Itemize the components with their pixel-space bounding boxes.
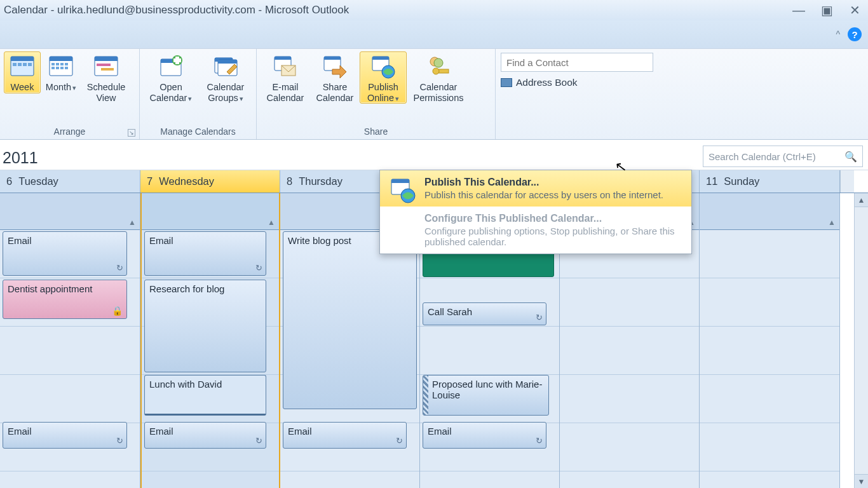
dropdown-icon: ▾ bbox=[395, 95, 399, 103]
svg-rect-34 bbox=[324, 57, 341, 60]
column-tuesday[interactable]: ▲ Email↻ Dentist appointment🔒 Email↻ bbox=[0, 193, 140, 488]
configure-published-calendar-item: Configure This Published Calendar... Con… bbox=[380, 207, 691, 254]
configure-menu-desc: Configure publishing options, Stop publi… bbox=[424, 226, 682, 247]
email-calendar-label: E-mail Calendar bbox=[267, 82, 304, 103]
dropdown-icon: ▾ bbox=[240, 95, 243, 103]
quick-access-toolbar: ^ ? bbox=[0, 20, 868, 48]
recurring-icon: ↻ bbox=[396, 436, 403, 445]
column-wednesday[interactable]: ▲ Email↻ Research for blog Lunch with Da… bbox=[140, 193, 280, 488]
recurring-icon: ↻ bbox=[255, 263, 262, 273]
help-button[interactable]: ? bbox=[848, 27, 862, 41]
scrollbar-header-spacer bbox=[840, 170, 854, 193]
window-title: Calendar - ulrika.hedlund@businessproduc… bbox=[4, 4, 792, 17]
open-calendar-label: Open Calendar▾ bbox=[150, 82, 193, 103]
svg-point-40 bbox=[434, 58, 443, 67]
svg-rect-44 bbox=[391, 179, 409, 183]
event-email[interactable]: Email↻ bbox=[144, 231, 266, 276]
event-proposed-lunch[interactable]: Proposed lunc with Marie-Louise bbox=[423, 375, 549, 416]
month-button[interactable]: Month▾ bbox=[41, 51, 81, 93]
share-calendar-button[interactable]: Share Calendar bbox=[310, 51, 360, 104]
svg-rect-12 bbox=[51, 67, 55, 69]
email-calendar-button[interactable]: E-mail Calendar bbox=[261, 51, 310, 104]
schedule-view-button[interactable]: Schedule View bbox=[81, 51, 131, 104]
event-blog[interactable]: Write blog post bbox=[283, 231, 417, 409]
svg-rect-4 bbox=[23, 63, 27, 66]
expand-icon[interactable]: ▲ bbox=[128, 218, 136, 227]
svg-rect-3 bbox=[18, 63, 22, 66]
calendar-globe-icon bbox=[370, 54, 396, 79]
scroll-up-icon[interactable]: ▲ bbox=[855, 193, 868, 207]
scroll-down-icon[interactable]: ▼ bbox=[855, 474, 868, 488]
event-dentist[interactable]: Dentist appointment🔒 bbox=[3, 280, 127, 319]
event-research[interactable]: Research for blog bbox=[144, 280, 266, 372]
svg-rect-11 bbox=[65, 63, 68, 65]
calendar-globe-icon bbox=[389, 177, 417, 205]
dropdown-icon: ▾ bbox=[188, 95, 192, 103]
allday-area[interactable]: ▲ bbox=[0, 193, 140, 230]
title-bar: Calendar - ulrika.hedlund@businessproduc… bbox=[0, 0, 868, 20]
svg-rect-19 bbox=[101, 68, 114, 71]
lock-icon: 🔒 bbox=[112, 306, 123, 316]
search-icon: 🔍 bbox=[844, 151, 857, 163]
event-email[interactable]: Email↻ bbox=[3, 422, 127, 449]
day-header-wednesday[interactable]: 7Wednesday bbox=[140, 170, 280, 193]
week-label: Week bbox=[11, 82, 34, 93]
address-book-label: Address Book bbox=[516, 77, 578, 88]
expand-icon[interactable]: ▲ bbox=[828, 218, 836, 227]
svg-rect-14 bbox=[60, 67, 64, 69]
find-contact-input[interactable] bbox=[501, 53, 653, 72]
svg-rect-1 bbox=[11, 57, 34, 61]
recurring-icon: ↻ bbox=[116, 263, 123, 273]
schedule-view-icon bbox=[93, 54, 119, 79]
schedule-view-label: Schedule View bbox=[87, 82, 125, 103]
svg-rect-41 bbox=[438, 69, 449, 73]
open-calendar-button[interactable]: Open Calendar▾ bbox=[144, 51, 198, 104]
recurring-icon: ↻ bbox=[116, 436, 123, 445]
event-email[interactable]: Email↻ bbox=[3, 231, 127, 276]
column-sunday[interactable]: ▲ bbox=[700, 193, 840, 488]
publish-online-menu: Publish This Calendar... Publish this ca… bbox=[379, 170, 692, 254]
event-lunch[interactable]: Lunch with David bbox=[144, 375, 266, 416]
calendar-week-icon bbox=[10, 54, 35, 79]
allday-area[interactable]: ▲ bbox=[700, 193, 839, 230]
dialog-launcher-icon[interactable]: ↘ bbox=[128, 129, 135, 137]
book-icon bbox=[501, 78, 512, 87]
svg-rect-9 bbox=[56, 63, 59, 65]
week-button[interactable]: Week bbox=[4, 51, 41, 93]
day-header-sunday[interactable]: 11Sunday bbox=[700, 170, 840, 193]
publish-menu-title: Publish This Calendar... bbox=[424, 177, 682, 188]
minimize-button[interactable]: — bbox=[792, 4, 806, 16]
recurring-icon: ↻ bbox=[255, 436, 262, 445]
calendar-groups-label: Calendar Groups▾ bbox=[207, 82, 245, 103]
share-group-label: Share bbox=[257, 124, 495, 139]
calendar-pencil-icon bbox=[213, 54, 238, 79]
allday-area[interactable]: ▲ bbox=[142, 193, 279, 230]
publish-this-calendar-item[interactable]: Publish This Calendar... Publish this ca… bbox=[380, 170, 691, 207]
configure-menu-title: Configure This Published Calendar... bbox=[424, 213, 682, 224]
svg-rect-8 bbox=[51, 63, 55, 65]
publish-online-button[interactable]: Publish Online▾ bbox=[360, 51, 407, 104]
dropdown-icon: ▾ bbox=[72, 84, 76, 92]
event-email[interactable]: Email↻ bbox=[423, 422, 546, 449]
event-call[interactable]: Call Sarah↻ bbox=[423, 302, 546, 325]
event-email[interactable]: Email↻ bbox=[144, 422, 266, 449]
svg-rect-31 bbox=[275, 57, 291, 60]
ribbon-collapse-icon[interactable]: ^ bbox=[836, 29, 840, 39]
calendar-permissions-button[interactable]: Calendar Permissions bbox=[407, 51, 470, 104]
vertical-scrollbar[interactable]: ▲ ▼ bbox=[854, 193, 868, 488]
calendar-month-icon bbox=[48, 54, 74, 79]
recurring-icon: ↻ bbox=[536, 436, 543, 445]
mouse-cursor-icon: ↖ bbox=[614, 158, 627, 176]
svg-rect-15 bbox=[65, 67, 68, 69]
svg-rect-2 bbox=[13, 63, 17, 66]
event-email[interactable]: Email↻ bbox=[283, 422, 407, 449]
close-button[interactable]: ✕ bbox=[848, 4, 862, 16]
address-book-button[interactable]: Address Book bbox=[501, 77, 863, 88]
expand-icon[interactable]: ▲ bbox=[268, 218, 275, 227]
arrange-group-label: Arrange ↘ bbox=[0, 124, 139, 139]
maximize-button[interactable]: ▣ bbox=[820, 4, 834, 16]
calendar-groups-button[interactable]: Calendar Groups▾ bbox=[198, 51, 253, 104]
svg-rect-5 bbox=[28, 63, 32, 66]
day-header-tuesday[interactable]: 6Tuesday bbox=[0, 170, 140, 193]
search-calendar-input[interactable]: Search Calendar (Ctrl+E) 🔍 bbox=[703, 146, 863, 167]
